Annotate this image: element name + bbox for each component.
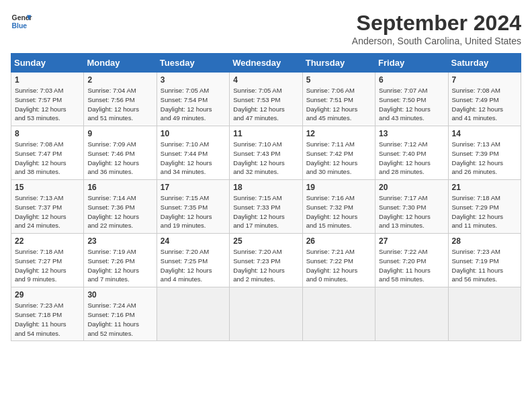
location: Anderson, South Carolina, United States <box>352 36 521 46</box>
calendar-cell: 28Sunrise: 7:23 AM Sunset: 7:19 PM Dayli… <box>448 234 521 287</box>
day-number: 28 <box>452 236 517 246</box>
day-info: Sunrise: 7:12 AM Sunset: 7:40 PM Dayligh… <box>379 140 444 177</box>
calendar-cell <box>448 287 521 341</box>
day-number: 29 <box>15 290 80 300</box>
weekday-header-saturday: Saturday <box>448 54 521 73</box>
calendar-cell: 26Sunrise: 7:21 AM Sunset: 7:22 PM Dayli… <box>302 234 375 287</box>
day-number: 23 <box>87 236 152 246</box>
day-number: 6 <box>379 75 444 85</box>
day-info: Sunrise: 7:05 AM Sunset: 7:54 PM Dayligh… <box>161 86 226 123</box>
day-info: Sunrise: 7:08 AM Sunset: 7:47 PM Dayligh… <box>15 140 80 177</box>
day-number: 1 <box>15 75 80 85</box>
day-number: 4 <box>233 75 298 85</box>
calendar-cell: 17Sunrise: 7:15 AM Sunset: 7:35 PM Dayli… <box>157 180 229 234</box>
day-info: Sunrise: 7:18 AM Sunset: 7:27 PM Dayligh… <box>15 247 80 284</box>
day-number: 17 <box>161 183 226 192</box>
day-info: Sunrise: 7:22 AM Sunset: 7:20 PM Dayligh… <box>379 247 444 284</box>
day-number: 3 <box>161 75 226 85</box>
calendar-cell <box>375 287 448 341</box>
day-info: Sunrise: 7:15 AM Sunset: 7:33 PM Dayligh… <box>233 193 298 230</box>
day-number: 27 <box>379 236 444 246</box>
day-info: Sunrise: 7:23 AM Sunset: 7:18 PM Dayligh… <box>15 301 80 338</box>
day-number: 13 <box>379 129 444 138</box>
day-info: Sunrise: 7:20 AM Sunset: 7:23 PM Dayligh… <box>233 247 298 284</box>
day-number: 22 <box>15 236 80 246</box>
week-row-1: 1Sunrise: 7:03 AM Sunset: 7:57 PM Daylig… <box>11 73 521 126</box>
day-number: 15 <box>15 183 80 192</box>
calendar-cell: 23Sunrise: 7:19 AM Sunset: 7:26 PM Dayli… <box>84 234 157 287</box>
day-number: 20 <box>379 183 444 192</box>
calendar-cell: 21Sunrise: 7:18 AM Sunset: 7:29 PM Dayli… <box>448 180 521 234</box>
weekday-header-row: SundayMondayTuesdayWednesdayThursdayFrid… <box>11 54 521 73</box>
title-area: September 2024 Anderson, South Carolina,… <box>352 11 521 46</box>
day-info: Sunrise: 7:19 AM Sunset: 7:26 PM Dayligh… <box>87 247 152 284</box>
calendar-cell: 29Sunrise: 7:23 AM Sunset: 7:18 PM Dayli… <box>11 287 84 341</box>
day-info: Sunrise: 7:15 AM Sunset: 7:35 PM Dayligh… <box>161 193 226 230</box>
calendar-cell: 24Sunrise: 7:20 AM Sunset: 7:25 PM Dayli… <box>157 234 229 287</box>
calendar-cell: 6Sunrise: 7:07 AM Sunset: 7:50 PM Daylig… <box>375 73 448 126</box>
calendar-cell: 7Sunrise: 7:08 AM Sunset: 7:49 PM Daylig… <box>448 73 521 126</box>
day-info: Sunrise: 7:13 AM Sunset: 7:39 PM Dayligh… <box>452 140 517 177</box>
day-number: 2 <box>87 75 152 85</box>
day-number: 26 <box>306 236 371 246</box>
day-info: Sunrise: 7:13 AM Sunset: 7:37 PM Dayligh… <box>15 193 80 230</box>
weekday-header-tuesday: Tuesday <box>157 54 229 73</box>
calendar-cell: 27Sunrise: 7:22 AM Sunset: 7:20 PM Dayli… <box>375 234 448 287</box>
calendar-cell <box>302 287 375 341</box>
day-info: Sunrise: 7:11 AM Sunset: 7:42 PM Dayligh… <box>306 140 371 177</box>
week-row-2: 8Sunrise: 7:08 AM Sunset: 7:47 PM Daylig… <box>11 126 521 180</box>
calendar-cell: 14Sunrise: 7:13 AM Sunset: 7:39 PM Dayli… <box>448 126 521 180</box>
day-info: Sunrise: 7:16 AM Sunset: 7:32 PM Dayligh… <box>306 193 371 230</box>
calendar-cell: 19Sunrise: 7:16 AM Sunset: 7:32 PM Dayli… <box>302 180 375 234</box>
day-number: 12 <box>306 129 371 138</box>
calendar: SundayMondayTuesdayWednesdayThursdayFrid… <box>11 53 521 341</box>
day-info: Sunrise: 7:17 AM Sunset: 7:30 PM Dayligh… <box>379 193 444 230</box>
day-number: 19 <box>306 183 371 192</box>
calendar-cell: 4Sunrise: 7:05 AM Sunset: 7:53 PM Daylig… <box>230 73 302 126</box>
day-info: Sunrise: 7:04 AM Sunset: 7:56 PM Dayligh… <box>87 86 152 123</box>
day-number: 14 <box>452 129 517 138</box>
calendar-cell: 10Sunrise: 7:10 AM Sunset: 7:44 PM Dayli… <box>157 126 229 180</box>
day-number: 5 <box>306 75 371 85</box>
weekday-header-monday: Monday <box>84 54 157 73</box>
day-number: 25 <box>233 236 298 246</box>
day-info: Sunrise: 7:10 AM Sunset: 7:44 PM Dayligh… <box>161 140 226 177</box>
day-number: 24 <box>161 236 226 246</box>
weekday-header-friday: Friday <box>375 54 448 73</box>
day-info: Sunrise: 7:20 AM Sunset: 7:25 PM Dayligh… <box>161 247 226 284</box>
calendar-cell: 1Sunrise: 7:03 AM Sunset: 7:57 PM Daylig… <box>11 73 84 126</box>
day-info: Sunrise: 7:23 AM Sunset: 7:19 PM Dayligh… <box>452 247 517 284</box>
weekday-header-sunday: Sunday <box>11 54 84 73</box>
logo: General Blue <box>11 11 32 32</box>
calendar-cell: 3Sunrise: 7:05 AM Sunset: 7:54 PM Daylig… <box>157 73 229 126</box>
calendar-cell: 12Sunrise: 7:11 AM Sunset: 7:42 PM Dayli… <box>302 126 375 180</box>
day-info: Sunrise: 7:08 AM Sunset: 7:49 PM Dayligh… <box>452 86 517 123</box>
day-number: 21 <box>452 183 517 192</box>
day-info: Sunrise: 7:06 AM Sunset: 7:51 PM Dayligh… <box>306 86 371 123</box>
day-number: 7 <box>452 75 517 85</box>
day-number: 18 <box>233 183 298 192</box>
day-info: Sunrise: 7:24 AM Sunset: 7:16 PM Dayligh… <box>87 301 152 338</box>
calendar-cell: 15Sunrise: 7:13 AM Sunset: 7:37 PM Dayli… <box>11 180 84 234</box>
calendar-cell <box>157 287 229 341</box>
calendar-cell: 2Sunrise: 7:04 AM Sunset: 7:56 PM Daylig… <box>84 73 157 126</box>
calendar-cell <box>230 287 302 341</box>
calendar-cell: 16Sunrise: 7:14 AM Sunset: 7:36 PM Dayli… <box>84 180 157 234</box>
calendar-cell: 8Sunrise: 7:08 AM Sunset: 7:47 PM Daylig… <box>11 126 84 180</box>
week-row-3: 15Sunrise: 7:13 AM Sunset: 7:37 PM Dayli… <box>11 180 521 234</box>
calendar-cell: 30Sunrise: 7:24 AM Sunset: 7:16 PM Dayli… <box>84 287 157 341</box>
day-info: Sunrise: 7:18 AM Sunset: 7:29 PM Dayligh… <box>452 193 517 230</box>
day-info: Sunrise: 7:09 AM Sunset: 7:46 PM Dayligh… <box>87 140 152 177</box>
calendar-cell: 11Sunrise: 7:10 AM Sunset: 7:43 PM Dayli… <box>230 126 302 180</box>
calendar-cell: 5Sunrise: 7:06 AM Sunset: 7:51 PM Daylig… <box>302 73 375 126</box>
day-info: Sunrise: 7:07 AM Sunset: 7:50 PM Dayligh… <box>379 86 444 123</box>
calendar-cell: 25Sunrise: 7:20 AM Sunset: 7:23 PM Dayli… <box>230 234 302 287</box>
week-row-4: 22Sunrise: 7:18 AM Sunset: 7:27 PM Dayli… <box>11 234 521 287</box>
day-number: 30 <box>87 290 152 300</box>
calendar-cell: 18Sunrise: 7:15 AM Sunset: 7:33 PM Dayli… <box>230 180 302 234</box>
header: General Blue September 2024 Anderson, So… <box>11 11 521 46</box>
weekday-header-thursday: Thursday <box>302 54 375 73</box>
month-title: September 2024 <box>352 11 521 36</box>
calendar-cell: 22Sunrise: 7:18 AM Sunset: 7:27 PM Dayli… <box>11 234 84 287</box>
calendar-cell: 20Sunrise: 7:17 AM Sunset: 7:30 PM Dayli… <box>375 180 448 234</box>
